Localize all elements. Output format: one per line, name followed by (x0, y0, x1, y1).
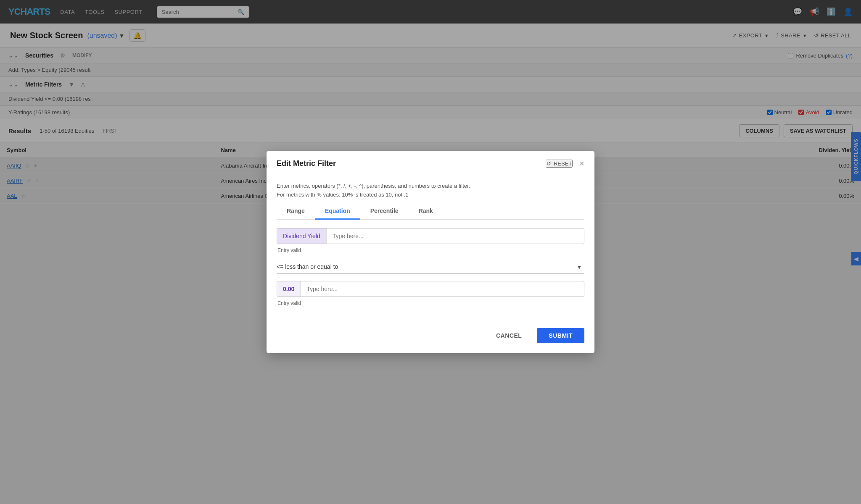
tab-percentile[interactable]: Percentile (360, 203, 409, 204)
modal-header: Edit Metric Filter ↺ RESET × (267, 151, 594, 175)
edit-metric-filter-modal: Edit Metric Filter ↺ RESET × Enter metri… (267, 151, 594, 204)
modal-close-button[interactable]: × (579, 159, 584, 168)
modal-title: Edit Metric Filter (277, 159, 336, 168)
tab-rank[interactable]: Rank (409, 203, 443, 204)
modal-overlay[interactable]: Edit Metric Filter ↺ RESET × Enter metri… (0, 0, 861, 204)
tab-range[interactable]: Range (277, 203, 315, 204)
modal-tabs: Range Equation Percentile Rank (277, 203, 584, 204)
modal-description: Enter metrics, operators (*, /, +, -, ^)… (267, 175, 594, 204)
tab-equation[interactable]: Equation (315, 203, 360, 204)
reset-icon: ↺ (547, 160, 551, 167)
modal-header-actions: ↺ RESET × (546, 159, 584, 168)
modal-reset-button[interactable]: ↺ RESET (546, 160, 573, 168)
